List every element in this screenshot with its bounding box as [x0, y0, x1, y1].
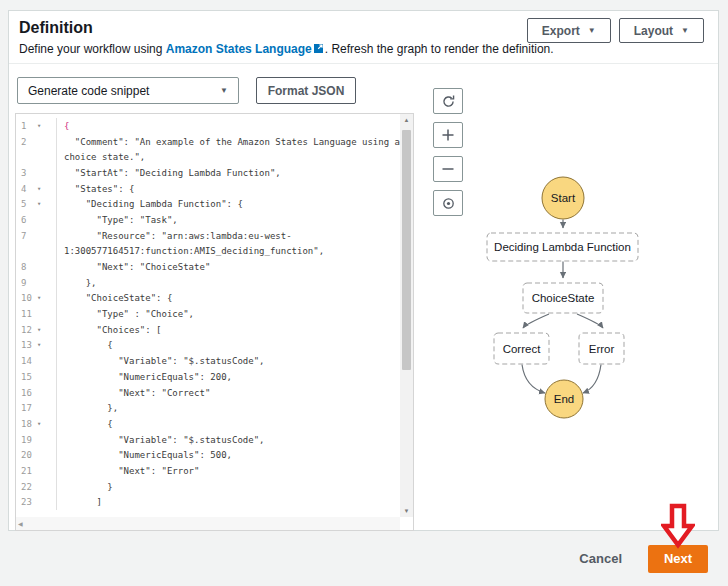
- gutter[interactable]: [16, 244, 57, 260]
- fold-icon[interactable]: ▾: [37, 326, 41, 334]
- line-number[interactable]: 21: [21, 466, 35, 476]
- gutter[interactable]: 1 ▾: [16, 118, 57, 134]
- code-line-text[interactable]: 1:300577164517:function:AMIS_deciding_fu…: [57, 246, 324, 256]
- code-line[interactable]: 2 "Comment": "An example of the Amazon S…: [16, 134, 400, 150]
- line-number[interactable]: 16: [21, 388, 35, 398]
- node-end[interactable]: End: [545, 380, 583, 418]
- code-line[interactable]: 8 "Next": "ChoiceState": [16, 259, 400, 275]
- line-number[interactable]: 1: [21, 121, 35, 131]
- code-line[interactable]: 19 "Variable": "$.statusCode",: [16, 432, 400, 448]
- code-line-text[interactable]: "Choices": [: [57, 325, 162, 335]
- fold-icon[interactable]: ▾: [37, 294, 41, 302]
- horizontal-scrollbar[interactable]: ◀: [16, 517, 400, 530]
- fold-icon[interactable]: ▾: [37, 122, 41, 130]
- code-line-text[interactable]: "NumericEquals": 500,: [57, 450, 232, 460]
- format-json-button[interactable]: Format JSON: [256, 77, 356, 104]
- gutter[interactable]: 22: [16, 479, 57, 495]
- code-line-text[interactable]: "Next": "Correct": [57, 388, 210, 398]
- gutter[interactable]: 6: [16, 212, 57, 228]
- code-line[interactable]: 7 "Resource": "arn:aws:lambda:eu-west-: [16, 228, 400, 244]
- gutter[interactable]: 11: [16, 306, 57, 322]
- code-line[interactable]: choice state.",: [16, 149, 400, 165]
- code-line-text[interactable]: "ChoiceState": {: [57, 293, 172, 303]
- code-lines[interactable]: 1 ▾ { 2 "Comment": "An example of the Am…: [16, 118, 400, 517]
- gutter[interactable]: 10 ▾: [16, 291, 57, 307]
- line-number[interactable]: 18: [21, 419, 35, 429]
- node-deciding-lambda-function[interactable]: Deciding Lambda Function: [487, 233, 638, 261]
- code-line[interactable]: 6 "Type": "Task",: [16, 212, 400, 228]
- scroll-up-icon[interactable]: ▲: [404, 114, 410, 126]
- code-line-text[interactable]: "Deciding Lambda Function": {: [57, 199, 243, 209]
- vertical-scrollbar[interactable]: ▲ ▼: [400, 114, 413, 517]
- asl-link[interactable]: Amazon States Language: [166, 42, 312, 56]
- code-line-text[interactable]: "Type": "Task",: [57, 215, 178, 225]
- gutter[interactable]: 7: [16, 228, 57, 244]
- line-number[interactable]: 4: [21, 184, 35, 194]
- line-number[interactable]: 5: [21, 199, 35, 209]
- code-line[interactable]: 11 "Type" : "Choice",: [16, 306, 400, 322]
- workflow-graph[interactable]: Start Deciding Lambda Function ChoiceSta…: [456, 166, 706, 421]
- code-line-text[interactable]: {: [57, 419, 113, 429]
- line-number[interactable]: 19: [21, 435, 35, 445]
- code-line[interactable]: 9 },: [16, 275, 400, 291]
- line-number[interactable]: 23: [21, 497, 35, 507]
- gutter[interactable]: 13 ▾: [16, 338, 57, 354]
- gutter[interactable]: 15: [16, 369, 57, 385]
- code-line-text[interactable]: "States": {: [57, 184, 134, 194]
- line-number[interactable]: 14: [21, 356, 35, 366]
- gutter[interactable]: [16, 149, 57, 165]
- line-number[interactable]: 3: [21, 168, 35, 178]
- line-number[interactable]: 17: [21, 403, 35, 413]
- layout-button[interactable]: Layout ▼: [619, 18, 704, 43]
- code-line-text[interactable]: choice state.",: [57, 152, 145, 162]
- code-line-text[interactable]: "Type" : "Choice",: [57, 309, 194, 319]
- gutter[interactable]: 23: [16, 495, 57, 511]
- gutter[interactable]: 9: [16, 275, 57, 291]
- gutter[interactable]: 2: [16, 134, 57, 150]
- gutter[interactable]: 12 ▾: [16, 322, 57, 338]
- scroll-down-icon[interactable]: ▼: [404, 505, 410, 517]
- gutter[interactable]: 16: [16, 385, 57, 401]
- code-line-text[interactable]: "StartAt": "Deciding Lambda Function",: [57, 168, 281, 178]
- code-line[interactable]: 5 ▾ "Deciding Lambda Function": {: [16, 196, 400, 212]
- code-line[interactable]: 23 ]: [16, 495, 400, 511]
- code-line-text[interactable]: "Variable": "$.statusCode",: [57, 356, 264, 366]
- code-line-text[interactable]: "Comment": "An example of the Amazon Sta…: [57, 137, 400, 147]
- line-number[interactable]: 20: [21, 450, 35, 460]
- node-start[interactable]: Start: [542, 177, 584, 219]
- code-line[interactable]: 1 ▾ {: [16, 118, 400, 134]
- code-line-text[interactable]: {: [57, 340, 113, 350]
- code-line-text[interactable]: },: [57, 403, 118, 413]
- fold-icon[interactable]: ▾: [37, 185, 41, 193]
- external-link-icon[interactable]: [313, 43, 324, 57]
- code-line[interactable]: 22 }: [16, 479, 400, 495]
- line-number[interactable]: 11: [21, 309, 35, 319]
- code-line[interactable]: 13 ▾ {: [16, 338, 400, 354]
- code-line[interactable]: 16 "Next": "Correct": [16, 385, 400, 401]
- scroll-left-icon[interactable]: ◀: [18, 520, 23, 527]
- refresh-graph-button[interactable]: [433, 88, 463, 114]
- line-number[interactable]: 6: [21, 215, 35, 225]
- code-line[interactable]: 1:300577164517:function:AMIS_deciding_fu…: [16, 244, 400, 260]
- code-line-text[interactable]: }: [57, 482, 113, 492]
- code-line-text[interactable]: "Variable": "$.statusCode",: [57, 435, 264, 445]
- code-line[interactable]: 20 "NumericEquals": 500,: [16, 447, 400, 463]
- gutter[interactable]: 3: [16, 165, 57, 181]
- line-number[interactable]: 10: [21, 293, 35, 303]
- code-line-text[interactable]: },: [57, 278, 97, 288]
- code-line[interactable]: 4 ▾ "States": {: [16, 181, 400, 197]
- node-choicestate[interactable]: ChoiceState: [523, 283, 603, 313]
- code-line[interactable]: 3 "StartAt": "Deciding Lambda Function",: [16, 165, 400, 181]
- code-line-text[interactable]: ]: [57, 497, 102, 507]
- zoom-in-button[interactable]: [433, 122, 463, 148]
- gutter[interactable]: 19: [16, 432, 57, 448]
- fold-icon[interactable]: ▾: [37, 420, 41, 428]
- code-line[interactable]: 18 ▾ {: [16, 416, 400, 432]
- gutter[interactable]: 4 ▾: [16, 181, 57, 197]
- code-line[interactable]: 12 ▾ "Choices": [: [16, 322, 400, 338]
- code-line[interactable]: 14 "Variable": "$.statusCode",: [16, 353, 400, 369]
- code-line-text[interactable]: "NumericEquals": 200,: [57, 372, 232, 382]
- line-number[interactable]: 2: [21, 137, 35, 147]
- code-line[interactable]: 17 },: [16, 400, 400, 416]
- gutter[interactable]: 17: [16, 400, 57, 416]
